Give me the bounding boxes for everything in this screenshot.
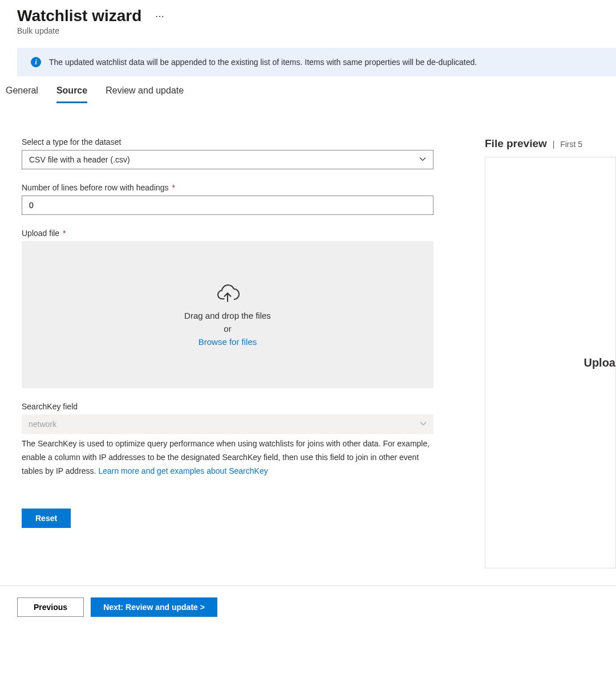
file-preview-separator: | bbox=[550, 140, 557, 149]
more-actions-icon[interactable]: ⋯ bbox=[155, 11, 165, 22]
tab-general[interactable]: General bbox=[6, 86, 38, 103]
searchkey-helper-text: The SearchKey is used to optimize query … bbox=[22, 437, 433, 478]
searchkey-select[interactable]: network bbox=[22, 414, 433, 434]
page-subtitle: Bulk update bbox=[17, 26, 599, 35]
dataset-type-value: CSV file with a header (.csv) bbox=[29, 155, 130, 164]
lines-before-field: Number of lines before row with headings… bbox=[22, 183, 433, 215]
dataset-type-label: Select a type for the dataset bbox=[22, 137, 433, 147]
info-icon: i bbox=[31, 57, 41, 67]
dataset-type-field: Select a type for the dataset CSV file w… bbox=[22, 137, 433, 169]
upload-file-label: Upload file * bbox=[22, 229, 433, 238]
browse-for-files-link[interactable]: Browse for files bbox=[198, 337, 257, 347]
file-preview-placeholder: Uploa bbox=[583, 356, 615, 369]
page-header: Watchlist wizard ⋯ Bulk update bbox=[0, 0, 616, 40]
searchkey-field: SearchKey field network The SearchKey is… bbox=[22, 402, 433, 478]
tab-source[interactable]: Source bbox=[56, 86, 87, 103]
tab-bar: General Source Review and update bbox=[0, 76, 616, 103]
info-banner: i The updated watchlist data will be app… bbox=[17, 48, 616, 76]
upload-file-label-text: Upload file bbox=[22, 229, 59, 238]
file-preview-box: Uploa bbox=[485, 157, 616, 568]
lines-before-input[interactable] bbox=[22, 196, 433, 215]
info-banner-text: The updated watchlist data will be appen… bbox=[49, 58, 477, 67]
tab-review-and-update[interactable]: Review and update bbox=[106, 86, 184, 103]
next-button[interactable]: Next: Review and update > bbox=[91, 597, 217, 617]
required-asterisk: * bbox=[63, 229, 66, 238]
required-asterisk: * bbox=[172, 183, 175, 192]
file-preview-heading: File preview bbox=[485, 137, 547, 149]
searchkey-learn-more-link[interactable]: Learn more and get examples about Search… bbox=[98, 466, 268, 475]
dataset-type-select[interactable]: CSV file with a header (.csv) bbox=[22, 150, 433, 169]
previous-button[interactable]: Previous bbox=[17, 597, 84, 617]
file-dropzone[interactable]: Drag and drop the files or Browse for fi… bbox=[22, 241, 433, 388]
file-preview-column: File preview | First 5 Uploa bbox=[485, 137, 616, 568]
cloud-upload-icon bbox=[215, 283, 240, 307]
searchkey-value: network bbox=[29, 420, 56, 429]
dropzone-or-text: or bbox=[224, 324, 231, 334]
dropzone-drag-text: Drag and drop the files bbox=[184, 311, 271, 320]
searchkey-label: SearchKey field bbox=[22, 402, 433, 411]
lines-before-label: Number of lines before row with headings… bbox=[22, 183, 433, 192]
wizard-footer: Previous Next: Review and update > bbox=[0, 586, 616, 640]
chevron-down-icon bbox=[419, 155, 426, 164]
lines-before-label-text: Number of lines before row with headings bbox=[22, 183, 169, 192]
form-column: Select a type for the dataset CSV file w… bbox=[22, 137, 433, 568]
file-preview-sub: First 5 bbox=[560, 140, 582, 149]
chevron-down-icon bbox=[420, 420, 427, 429]
page-title: Watchlist wizard bbox=[17, 7, 141, 25]
reset-button[interactable]: Reset bbox=[22, 509, 71, 528]
file-preview-heading-row: File preview | First 5 bbox=[485, 137, 616, 150]
upload-file-field: Upload file * Drag and drop the files or… bbox=[22, 229, 433, 388]
